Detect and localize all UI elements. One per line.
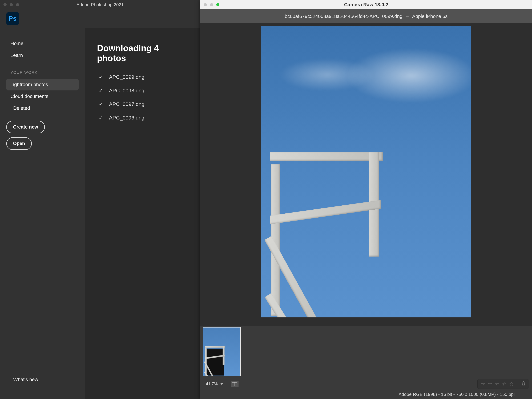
- filmstrip-thumbnail[interactable]: [203, 327, 241, 376]
- sidebar-item-whats-new[interactable]: What's new: [0, 370, 85, 389]
- bottom-toolbar: 41.7% ☆ ☆ ☆ ☆ ☆: [200, 378, 532, 390]
- file-name: APC_0097.dng: [109, 101, 145, 107]
- star-icon[interactable]: ☆: [495, 381, 499, 387]
- check-icon: ✓: [99, 115, 103, 121]
- star-icon[interactable]: ☆: [481, 381, 485, 387]
- image-metadata: Adobe RGB (1998) - 16 bit - 750 x 1000 (…: [399, 392, 515, 397]
- photoshop-window: Adobe Photoshop 2021 Ps Home Learn YOUR …: [0, 0, 200, 399]
- list-item: ✓ APC_0099.dng: [99, 74, 188, 80]
- sidebar-item-learn[interactable]: Learn: [0, 49, 85, 61]
- check-icon: ✓: [99, 88, 103, 94]
- camera-raw-window: Camera Raw 13.0.2 bc60af679c524008a918a2…: [200, 0, 532, 399]
- open-button[interactable]: Open: [6, 137, 32, 150]
- photoshop-titlebar: Adobe Photoshop 2021: [0, 0, 200, 9]
- file-name: APC_0099.dng: [109, 74, 145, 80]
- camera-raw-title: Camera Raw 13.0.2: [200, 2, 532, 7]
- camera-raw-titlebar: Camera Raw 13.0.2: [200, 0, 532, 9]
- filmstrip: [200, 326, 532, 378]
- file-name: APC_0098.dng: [109, 88, 145, 94]
- camera-model: Apple iPhone 6s: [412, 13, 448, 19]
- create-new-button[interactable]: Create new: [6, 121, 45, 133]
- download-list: ✓ APC_0099.dng ✓ APC_0098.dng ✓ APC_0097…: [97, 74, 188, 121]
- home-sidebar: Home Learn YOUR WORK Lightroom photos Cl…: [0, 28, 85, 399]
- star-icon[interactable]: ☆: [502, 381, 507, 387]
- file-info-bar: bc60af679c524008a918a2044564fd4c-APC_009…: [200, 9, 532, 23]
- photoshop-main: Downloading 4 photos ✓ APC_0099.dng ✓ AP…: [85, 28, 200, 399]
- rating-panel: ☆ ☆ ☆ ☆ ☆: [477, 379, 529, 389]
- star-icon[interactable]: ☆: [488, 381, 492, 387]
- zoom-value: 41.7%: [206, 381, 218, 386]
- compare-view-icon[interactable]: [231, 381, 239, 387]
- photoshop-toolbar: Ps: [0, 9, 200, 28]
- chevron-down-icon: [220, 382, 223, 386]
- downloading-heading: Downloading 4 photos: [97, 43, 188, 63]
- sidebar-item-lightroom-photos[interactable]: Lightroom photos: [6, 79, 79, 90]
- file-name: APC_0096.dng: [109, 115, 145, 121]
- photoshop-logo-icon: Ps: [6, 12, 19, 25]
- current-filename: bc60af679c524008a918a2044564fd4c-APC_009…: [285, 13, 402, 19]
- zoom-selector[interactable]: 41.7%: [203, 380, 226, 388]
- preview-image: [261, 26, 471, 317]
- sidebar-item-deleted[interactable]: Deleted: [0, 102, 85, 114]
- trash-icon[interactable]: [518, 381, 526, 387]
- sidebar-section-your-work: YOUR WORK: [0, 61, 85, 79]
- sidebar-item-cloud-documents[interactable]: Cloud documents: [0, 90, 85, 102]
- separator: –: [406, 13, 409, 19]
- list-item: ✓ APC_0097.dng: [99, 101, 188, 107]
- check-icon: ✓: [99, 101, 103, 107]
- preview-area[interactable]: [200, 23, 532, 326]
- sidebar-item-home[interactable]: Home: [0, 38, 85, 49]
- list-item: ✓ APC_0098.dng: [99, 88, 188, 94]
- star-icon[interactable]: ☆: [509, 381, 513, 387]
- check-icon: ✓: [99, 74, 103, 80]
- metadata-bar[interactable]: Adobe RGB (1998) - 16 bit - 750 x 1000 (…: [200, 390, 532, 399]
- photoshop-title: Adobe Photoshop 2021: [0, 2, 200, 7]
- list-item: ✓ APC_0096.dng: [99, 115, 188, 121]
